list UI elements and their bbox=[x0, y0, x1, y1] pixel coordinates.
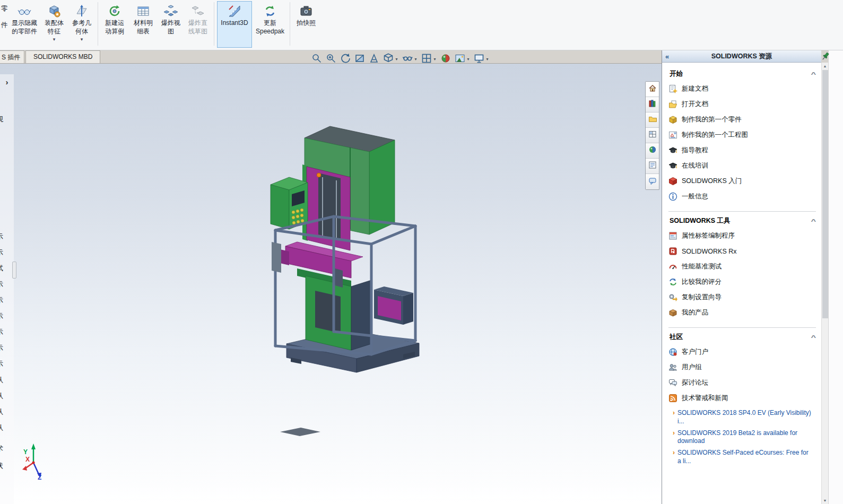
taskpane-item-first-drawing[interactable]: 制作我的第一个工程图 bbox=[668, 127, 816, 143]
item-label: 打开文档 bbox=[682, 100, 708, 109]
assembly-features-button[interactable]: 装配体特征 ▾ bbox=[41, 1, 67, 48]
taskpane-item-compare-scores[interactable]: 比较我的评分 bbox=[668, 274, 816, 290]
tab-custom-properties[interactable] bbox=[646, 159, 659, 174]
button-label: Instant3D bbox=[221, 19, 248, 28]
tab-design-library[interactable] bbox=[646, 97, 659, 112]
tab-view-palette[interactable] bbox=[646, 128, 659, 143]
annotation-views-button[interactable] bbox=[368, 53, 380, 66]
news-link[interactable]: › SOLIDWORKS Self-Paced eCourses: Free f… bbox=[673, 449, 816, 466]
collapse-panel-icon[interactable]: « bbox=[665, 53, 677, 60]
news-link-text[interactable]: SOLIDWORKS Self-Paced eCourses: Free for… bbox=[677, 449, 811, 466]
update-speedpak-button[interactable]: 更新 Speedpak bbox=[253, 1, 287, 48]
instant3d-button[interactable]: Instant3D bbox=[217, 1, 252, 48]
taskpane-item-solidworks-rx[interactable]: SOLIDWORKS Rx bbox=[668, 244, 816, 259]
dropdown-caret-icon[interactable]: ▾ bbox=[394, 57, 399, 62]
clipped-tree-label: 示 bbox=[0, 359, 8, 369]
taskpane-item-solidworks-intro[interactable]: SOLIDWORKS 入门 bbox=[668, 173, 816, 189]
news-feed-list: › SOLIDWORKS 2018 SP4.0 EV (Early Visibi… bbox=[673, 409, 816, 466]
task-pane-scrollbar[interactable]: ▲ ▼ bbox=[821, 63, 828, 504]
taskpane-item-performance-benchmark[interactable]: 性能基准测试 bbox=[668, 259, 816, 274]
button-label: 拍快照 bbox=[297, 19, 316, 28]
view-orientation-button[interactable]: ▾ bbox=[420, 53, 438, 66]
explode-line-sketch-icon bbox=[191, 3, 205, 19]
button-label: 装配体特征 bbox=[42, 19, 66, 36]
tab-solidworks-forum[interactable] bbox=[646, 174, 659, 189]
display-style-button[interactable]: ▾ bbox=[382, 53, 399, 66]
taskpane-item-online-training[interactable]: 在线培训 bbox=[668, 158, 816, 173]
taskpane-item-first-part[interactable]: 制作我的第一个零件 bbox=[668, 112, 816, 127]
taskpane-item-general-info[interactable]: 一般信息 bbox=[668, 189, 816, 204]
hide-show-items-button[interactable]: ▾ bbox=[401, 53, 419, 66]
section-header[interactable]: 开始 ^ bbox=[668, 66, 816, 81]
clipped-tree-label: 状 bbox=[0, 461, 8, 471]
home-icon bbox=[648, 84, 657, 94]
section-community: 社区 ^ 客户门户 用户组 探讨论坛 技术警戒和新闻 › bbox=[668, 327, 816, 466]
taskpane-item-tech-alerts-news[interactable]: 技术警戒和新闻 bbox=[668, 390, 816, 406]
clipped-tree-label: 示 bbox=[0, 343, 8, 353]
dropdown-caret-icon[interactable]: ▾ bbox=[466, 57, 471, 62]
taskpane-item-discussion-forum[interactable]: 探讨论坛 bbox=[668, 375, 816, 390]
taskpane-item-open-document[interactable]: 打开文档 bbox=[668, 97, 816, 112]
tab-solidworks-addins[interactable]: S 插件 bbox=[0, 50, 24, 63]
toolbar-separator bbox=[214, 2, 214, 46]
taskpane-item-copy-settings-wizard[interactable]: 复制设置向导 bbox=[668, 290, 816, 305]
dropdown-caret-icon[interactable]: ▾ bbox=[413, 57, 418, 62]
task-pane-body: 开始 ^ 新建文档 打开文档 制作我的第一个零件 制作我的第一个工程图 指 bbox=[662, 63, 821, 504]
tab-solidworks-mbd[interactable]: SOLIDWORKS MBD bbox=[25, 50, 100, 63]
assembly-model-3d[interactable]: Y X Z bbox=[0, 64, 663, 504]
open-document-icon bbox=[668, 100, 677, 109]
compare-scores-icon bbox=[668, 277, 677, 286]
scroll-up-arrow-icon[interactable]: ▲ bbox=[822, 63, 828, 69]
bill-of-materials-button[interactable]: 材料明细表 bbox=[129, 1, 157, 48]
clipped-label-char: 件 bbox=[1, 21, 8, 30]
view-settings-button[interactable]: ▾ bbox=[473, 53, 490, 66]
tab-file-explorer[interactable] bbox=[646, 112, 659, 128]
tab-appearances-scenes[interactable] bbox=[646, 143, 659, 159]
apply-scene-button[interactable]: ▾ bbox=[454, 53, 471, 66]
edit-appearance-button[interactable] bbox=[439, 53, 452, 66]
section-view-button[interactable] bbox=[353, 53, 366, 66]
toolbar-button-clipped[interactable]: 零 件 bbox=[0, 1, 8, 48]
news-link-text[interactable]: SOLIDWORKS 2018 SP4.0 EV (Early Visibili… bbox=[677, 409, 811, 426]
chevron-up-icon[interactable]: ^ bbox=[811, 334, 816, 341]
news-link[interactable]: › SOLIDWORKS 2018 SP4.0 EV (Early Visibi… bbox=[673, 409, 816, 426]
panel-splitter-handle[interactable] bbox=[12, 262, 16, 279]
dropdown-caret-icon[interactable]: ▾ bbox=[53, 37, 56, 42]
task-pane: « SOLIDWORKS 资源 开始 ^ 新建文档 打开文档 制作我的第一个零件 bbox=[662, 50, 821, 504]
explode-line-sketch-button[interactable]: 爆炸直线草图 bbox=[185, 1, 211, 48]
scroll-down-arrow-icon[interactable]: ▼ bbox=[822, 497, 828, 504]
reference-geometry-button[interactable]: 参考几何体 ▾ bbox=[68, 1, 95, 48]
zoom-to-area-button[interactable] bbox=[325, 53, 337, 66]
exploded-view-button[interactable]: 爆炸视图 bbox=[158, 1, 184, 48]
customer-portal-globe-icon bbox=[668, 347, 677, 357]
dropdown-caret-icon[interactable]: ▾ bbox=[432, 57, 437, 62]
control-panel-knobs bbox=[292, 208, 304, 224]
taskpane-item-property-tab-builder[interactable]: 属性标签编制程序 bbox=[668, 228, 816, 244]
button-label: 爆炸视图 bbox=[160, 19, 182, 36]
taskpane-item-my-products[interactable]: 我的产品 bbox=[668, 305, 816, 320]
take-snapshot-button[interactable]: 拍快照 bbox=[293, 1, 319, 48]
previous-view-button[interactable] bbox=[339, 53, 352, 66]
scrollbar-thumb[interactable] bbox=[822, 70, 828, 318]
chevron-up-icon[interactable]: ^ bbox=[811, 218, 816, 224]
news-link[interactable]: › SOLIDWORKS 2019 Beta2 is available for… bbox=[673, 429, 816, 446]
chevron-up-icon[interactable]: ^ bbox=[811, 71, 816, 77]
model-shadow bbox=[280, 428, 320, 436]
taskpane-item-new-document[interactable]: 新建文档 bbox=[668, 81, 816, 97]
taskpane-item-customer-portal[interactable]: 客户门户 bbox=[668, 344, 816, 360]
section-header[interactable]: 社区 ^ bbox=[668, 329, 816, 344]
taskpane-item-tutorials[interactable]: 指导教程 bbox=[668, 143, 816, 158]
tab-solidworks-resources[interactable] bbox=[646, 82, 659, 97]
zoom-to-fit-button[interactable] bbox=[310, 53, 323, 66]
clipped-tree-label: 示 bbox=[0, 296, 8, 305]
show-hidden-components-button[interactable]: 显示隐藏的零部件 bbox=[9, 1, 40, 48]
dropdown-caret-icon[interactable]: ▾ bbox=[81, 37, 83, 42]
news-link-text[interactable]: SOLIDWORKS 2019 Beta2 is available for d… bbox=[677, 429, 811, 446]
update-speedpak-icon bbox=[263, 3, 277, 19]
dropdown-caret-icon[interactable]: ▾ bbox=[485, 57, 490, 62]
task-pane-pin-icon[interactable] bbox=[822, 52, 830, 61]
section-header[interactable]: SOLIDWORKS 工具 ^ bbox=[668, 213, 816, 228]
expand-panel-button[interactable]: › bbox=[3, 79, 11, 87]
new-motion-study-button[interactable]: 新建运动算例 bbox=[101, 1, 128, 48]
taskpane-item-user-groups[interactable]: 用户组 bbox=[668, 360, 816, 375]
